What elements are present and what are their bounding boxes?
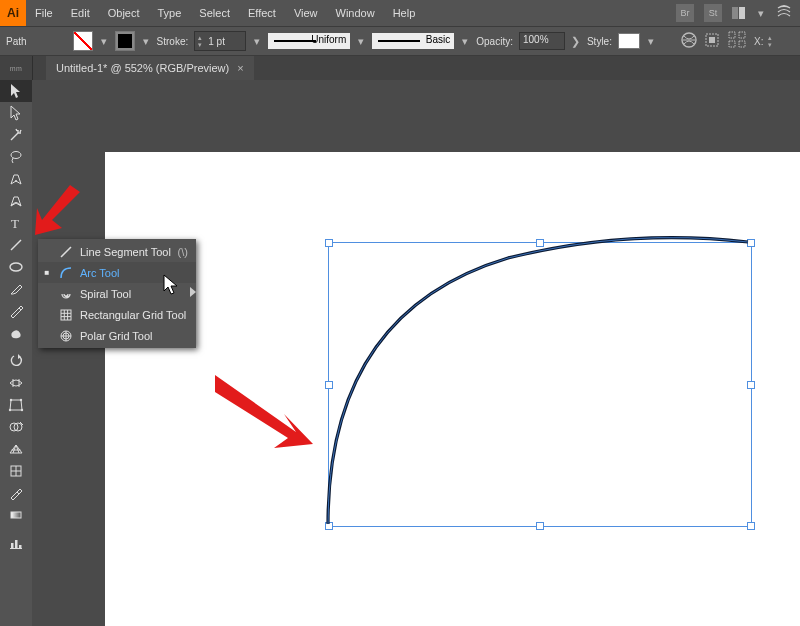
svg-point-12 [10, 263, 22, 271]
width-tool[interactable] [0, 372, 32, 394]
stroke-weight-dropdown[interactable]: ▾ [252, 35, 262, 48]
svg-rect-26 [15, 540, 18, 548]
polar-grid-icon [58, 329, 74, 343]
column-graph-tool[interactable] [0, 532, 32, 554]
width-profile-dropdown[interactable]: ▾ [356, 35, 366, 48]
recolor-icon[interactable] [680, 31, 698, 52]
menu-type[interactable]: Type [149, 0, 191, 26]
variable-width-profile[interactable]: Uniform [268, 33, 350, 49]
perspective-grid-tool[interactable] [0, 438, 32, 460]
current-tool-bullet: ■ [42, 268, 52, 277]
rotate-tool[interactable] [0, 350, 32, 372]
stock-button[interactable]: St [704, 4, 722, 22]
stroke-weight-field[interactable]: ▴▾ [194, 31, 246, 51]
svg-point-9 [15, 180, 17, 182]
svg-point-17 [21, 409, 23, 411]
svg-rect-5 [739, 32, 745, 38]
svg-point-8 [11, 152, 21, 159]
flyout-item-shortcut: (\) [178, 246, 188, 258]
mouse-cursor-icon [163, 274, 181, 296]
svg-line-11 [11, 240, 21, 250]
curvature-tool[interactable] [0, 190, 32, 212]
arrange-docs-icon[interactable] [732, 7, 746, 19]
menu-view[interactable]: View [285, 0, 327, 26]
document-tab[interactable]: Untitled-1* @ 552% (RGB/Preview) × [46, 56, 254, 80]
arrange-dropdown[interactable]: ▾ [756, 7, 766, 20]
flyout-item-label: Arc Tool [80, 267, 120, 279]
drawn-arc-path[interactable] [328, 240, 754, 528]
menu-object[interactable]: Object [99, 0, 149, 26]
fill-dropdown[interactable]: ▾ [99, 35, 109, 48]
eyedropper-tool[interactable] [0, 482, 32, 504]
svg-point-18 [9, 409, 11, 411]
menu-file[interactable]: File [26, 0, 62, 26]
stroke-weight-stepper[interactable]: ▴▾ [195, 32, 205, 50]
x-stepper[interactable]: ▴▾ [765, 32, 775, 50]
stroke-dropdown[interactable]: ▾ [141, 35, 151, 48]
menu-window[interactable]: Window [327, 0, 384, 26]
flyout-item-label: Rectangular Grid Tool [80, 309, 186, 321]
red-arrow-annotation [210, 370, 320, 460]
selection-mode-label: Path [6, 36, 27, 47]
menu-edit[interactable]: Edit [62, 0, 99, 26]
document-tab-title: Untitled-1* @ 552% (RGB/Preview) [56, 62, 229, 74]
selection-tool[interactable] [0, 80, 32, 102]
gpu-icon[interactable] [776, 4, 792, 23]
free-transform-tool[interactable] [0, 394, 32, 416]
flyout-item-label: Line Segment Tool [80, 246, 171, 258]
flyout-item-rect-grid[interactable]: Rectangular Grid Tool [38, 304, 196, 325]
gradient-tool[interactable] [0, 504, 32, 526]
svg-rect-27 [19, 545, 22, 548]
line-segment-tool[interactable] [0, 234, 32, 256]
brush-definition[interactable]: Basic [372, 33, 454, 49]
shape-builder-tool[interactable] [0, 416, 32, 438]
pen-tool[interactable] [0, 168, 32, 190]
lasso-tool[interactable] [0, 146, 32, 168]
type-tool[interactable]: T [0, 212, 32, 234]
canvas-area[interactable]: Line Segment Tool (\) ■ Arc Tool Spiral … [32, 80, 800, 626]
pencil-tool[interactable] [0, 300, 32, 322]
fill-swatch[interactable] [73, 31, 93, 51]
mesh-tool[interactable] [0, 460, 32, 482]
svg-line-29 [61, 247, 71, 257]
svg-rect-24 [11, 512, 21, 518]
toolbar: T [0, 80, 32, 626]
stroke-weight-input[interactable] [205, 36, 245, 47]
x-position-label: X: ▴▾ [754, 32, 775, 50]
menu-effect[interactable]: Effect [239, 0, 285, 26]
document-tabstrip: mm Untitled-1* @ 552% (RGB/Preview) × [0, 56, 800, 80]
svg-text:T: T [11, 216, 19, 231]
transform-icon[interactable] [728, 31, 748, 52]
blob-brush-tool[interactable] [0, 322, 32, 344]
app-logo: Ai [0, 0, 26, 26]
svg-rect-6 [729, 41, 735, 47]
style-dropdown[interactable]: ▾ [646, 35, 656, 48]
opacity-input[interactable]: 100% [519, 32, 565, 50]
menu-help[interactable]: Help [384, 0, 425, 26]
direct-selection-tool[interactable] [0, 102, 32, 124]
ellipse-tool[interactable] [0, 256, 32, 278]
opacity-dropdown[interactable]: ❯ [571, 35, 581, 48]
bridge-button[interactable]: Br [676, 4, 694, 22]
graphic-style-swatch[interactable] [618, 33, 640, 49]
flyout-item-polar-grid[interactable]: Polar Grid Tool [38, 325, 196, 346]
arc-icon [58, 266, 74, 280]
stroke-swatch[interactable] [115, 31, 135, 51]
style-label: Style: [587, 36, 612, 47]
brush-dropdown[interactable]: ▾ [460, 35, 470, 48]
tab-close-icon[interactable]: × [237, 62, 243, 74]
align-icon[interactable] [704, 31, 722, 52]
svg-rect-25 [11, 543, 14, 548]
svg-rect-4 [729, 32, 735, 38]
paintbrush-tool[interactable] [0, 278, 32, 300]
control-bar: Path ▾ ▾ Stroke: ▴▾ ▾ Uniform ▾ Basic ▾ … [0, 26, 800, 56]
magic-wand-tool[interactable] [0, 124, 32, 146]
grid-icon [58, 308, 74, 322]
stroke-label: Stroke: [157, 36, 189, 47]
ruler-corner: mm [0, 56, 33, 80]
menu-select[interactable]: Select [190, 0, 239, 26]
svg-point-15 [10, 399, 12, 401]
flyout-item-line-segment[interactable]: Line Segment Tool (\) [38, 241, 196, 262]
svg-point-16 [20, 399, 22, 401]
canvas-pasteboard-left [32, 80, 72, 626]
